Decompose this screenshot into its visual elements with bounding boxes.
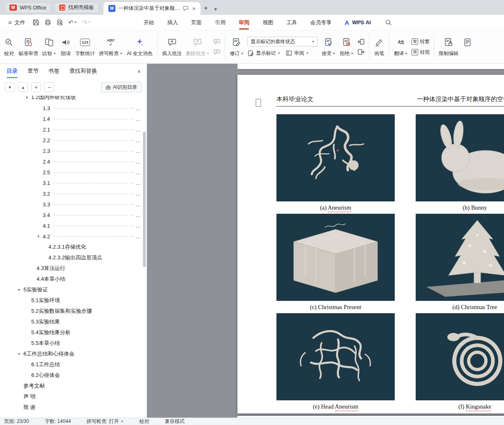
delete-comment-button[interactable]: 删除批注▼ bbox=[184, 33, 212, 60]
toc-item[interactable]: 3.4 bbox=[0, 210, 141, 220]
pen-button[interactable]: 画笔 bbox=[372, 33, 387, 60]
toc-collapse-icon[interactable]: ▼ bbox=[16, 352, 22, 356]
ai-polish-button[interactable]: AI 全文润色 bbox=[125, 33, 155, 60]
toc-item[interactable]: 5.3实验结果 bbox=[0, 316, 141, 327]
insert-comment-button[interactable]: 插入批注 bbox=[160, 33, 184, 60]
bunny-image[interactable] bbox=[416, 114, 504, 201]
toc-item[interactable]: 1.4 bbox=[0, 113, 141, 124]
toc-item[interactable]: ▼4.2 bbox=[0, 231, 141, 242]
toc-item[interactable]: ▼6工作总结和心得体会 bbox=[0, 349, 141, 359]
review-pane-button[interactable]: 审阅▼ bbox=[285, 49, 309, 57]
standard-review-button[interactable]: 标准审查 bbox=[16, 33, 40, 60]
print-button[interactable] bbox=[44, 19, 51, 26]
spell-check-button[interactable]: ABC✓ 拼写检查▼ bbox=[97, 33, 125, 60]
tab-references[interactable]: 引用 bbox=[208, 15, 232, 30]
next-change-button[interactable] bbox=[357, 49, 365, 55]
toc-item[interactable]: 致 谢 bbox=[0, 402, 141, 413]
previous-comment-button[interactable] bbox=[213, 38, 221, 45]
close-panel-icon[interactable]: × bbox=[137, 68, 141, 75]
kingsnake-image[interactable] bbox=[416, 313, 504, 400]
toc-item[interactable]: 3.1 bbox=[0, 178, 141, 188]
markup-state-select[interactable]: 显示标记的最终状态 ▼ bbox=[247, 37, 318, 46]
toc-item[interactable]: 参考文献 bbox=[0, 381, 141, 391]
track-changes-button[interactable]: 修订▼ bbox=[228, 33, 246, 60]
page-indicator[interactable]: 页面: 23/30 bbox=[4, 418, 29, 425]
toc-item[interactable]: 2.5 bbox=[0, 167, 141, 178]
toc-item[interactable]: 2.4 bbox=[0, 156, 141, 167]
toc-item[interactable]: 4.2.3.1存储优化 bbox=[0, 242, 141, 252]
toc-item[interactable]: 6.2心得体会 bbox=[0, 370, 141, 381]
head-aneurism-image[interactable] bbox=[276, 313, 395, 400]
panel-tab-bookmarks[interactable]: 书签 bbox=[48, 67, 60, 75]
compat-mode-indicator[interactable]: 兼容模式 bbox=[165, 418, 184, 425]
toc-item[interactable]: 4.3算法运行 bbox=[0, 263, 141, 274]
toc-item[interactable]: 2.1 bbox=[0, 124, 141, 135]
tab-insert[interactable]: 插入 bbox=[161, 15, 184, 30]
close-tab-icon[interactable]: × bbox=[191, 5, 196, 12]
toc-collapse-icon[interactable]: ▼ bbox=[24, 96, 30, 99]
panel-tab-find-replace[interactable]: 查找和替换 bbox=[69, 67, 97, 75]
toc-item[interactable]: 1.3 bbox=[0, 103, 141, 113]
tab-list-chevron-icon[interactable]: ▼ bbox=[211, 7, 220, 12]
collapse-all-button[interactable]: ▲ bbox=[18, 82, 28, 92]
panel-tab-contents[interactable]: 目录 bbox=[7, 67, 18, 75]
toc-collapse-icon[interactable]: ▼ bbox=[36, 235, 41, 238]
tab-view[interactable]: 视图 bbox=[256, 15, 280, 30]
tab-template-store[interactable]: 找稻壳模板 bbox=[54, 2, 99, 13]
print-preview-button[interactable] bbox=[56, 19, 63, 26]
toc-item[interactable]: 4.4本章小结 bbox=[0, 274, 141, 284]
next-comment-button[interactable] bbox=[213, 49, 221, 55]
toc-item[interactable]: 4.1 bbox=[0, 220, 141, 231]
previous-change-button[interactable] bbox=[357, 38, 365, 45]
toc-item[interactable]: 5.5本章小结 bbox=[0, 338, 141, 349]
to-traditional-button[interactable]: 繁 转繁 bbox=[412, 37, 430, 46]
zoom-in-button[interactable]: + bbox=[31, 82, 41, 92]
panel-tab-chapters[interactable]: 章节 bbox=[28, 67, 39, 75]
tab-member[interactable]: 会员专享 bbox=[304, 15, 338, 30]
accept-button[interactable]: 接受▼ bbox=[320, 33, 338, 60]
tab-page[interactable]: 页面 bbox=[184, 15, 208, 30]
toc-item[interactable]: 4.2.3.2输出四边形顶点 bbox=[0, 252, 141, 263]
word-count-indicator[interactable]: 字数: 14044 bbox=[45, 418, 71, 425]
toc-item[interactable]: 6.1工作总结 bbox=[0, 359, 141, 370]
toc-collapse-icon[interactable]: ▼ bbox=[16, 288, 22, 292]
save-button[interactable] bbox=[32, 19, 39, 26]
compare-button[interactable]: 比较▼ bbox=[40, 33, 58, 60]
tab-tools[interactable]: 工具 bbox=[280, 15, 304, 30]
document-page[interactable]: 本科毕业论文 一种体渲染中基于对象顺序的空体 bbox=[237, 75, 504, 413]
tab-document[interactable]: W 一种体渲染中基于对象顺序的 × bbox=[104, 2, 200, 15]
restrict-editing-button[interactable]: 限制编辑 bbox=[437, 33, 460, 60]
proofread-indicator[interactable]: 校对 bbox=[139, 418, 149, 425]
toc-item[interactable]: 5.2实验数据集和实验步骤 bbox=[0, 306, 141, 316]
christmas-tree-image[interactable] bbox=[416, 214, 504, 301]
aneurism-image[interactable] bbox=[276, 114, 395, 201]
read-aloud-button[interactable]: 朗读 bbox=[58, 33, 73, 60]
toc-item[interactable]: 5.1实验环境 bbox=[0, 295, 141, 306]
tab-home[interactable]: 开始 bbox=[137, 15, 161, 30]
toc-item[interactable]: 声 明 bbox=[0, 391, 141, 402]
toc-item[interactable]: 3.3 bbox=[0, 199, 141, 210]
christmas-present-image[interactable] bbox=[276, 214, 395, 301]
wps-ai-button[interactable]: WPS AI bbox=[344, 19, 371, 25]
zoom-out-button[interactable]: − bbox=[44, 82, 54, 92]
clipped-ribbon-button[interactable] bbox=[460, 33, 475, 60]
toc-item[interactable]: 5.4实验结果分析 bbox=[0, 327, 141, 338]
to-simplified-button[interactable]: 简 转简 bbox=[412, 48, 430, 56]
word-count-button[interactable]: 123 字数统计 bbox=[73, 33, 97, 60]
file-menu-button[interactable]: ≡ 文件 bbox=[5, 19, 28, 26]
panel-scrollbar-thumb[interactable] bbox=[143, 132, 146, 267]
tab-review[interactable]: 审阅 bbox=[232, 15, 256, 30]
proofread-button[interactable]: 校对 bbox=[2, 33, 16, 60]
expand-all-button[interactable]: ▼ bbox=[5, 82, 15, 92]
toc-item[interactable]: 3.2 bbox=[0, 188, 141, 199]
redo-button[interactable]: ↷▼ bbox=[82, 19, 91, 26]
toc-item[interactable]: ▼5实验验证 bbox=[0, 284, 141, 295]
toc-item[interactable]: ▼1.2国内外研究现状 bbox=[0, 96, 141, 103]
spellcheck-indicator[interactable]: 拼写检查: 打开▼ bbox=[87, 418, 124, 425]
show-markup-button[interactable]: 显示标记▼ bbox=[247, 49, 281, 57]
toc-item[interactable]: 2.2 bbox=[0, 135, 141, 146]
new-tab-button[interactable]: + bbox=[200, 4, 211, 12]
ai-recognize-toc-button[interactable]: AI识别目录 bbox=[101, 82, 142, 92]
undo-button[interactable]: ↶▼ bbox=[68, 19, 77, 26]
search-button[interactable] bbox=[385, 19, 392, 26]
